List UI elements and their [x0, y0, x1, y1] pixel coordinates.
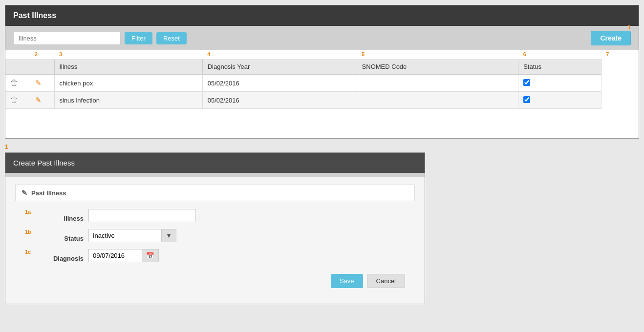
- delete-icon[interactable]: 🗑: [10, 79, 18, 87]
- table-row: 🗑 ✎ chicken pox 05/02/2016: [5, 75, 639, 92]
- col5-anno: 5: [362, 51, 514, 57]
- col3-anno: 3: [59, 51, 197, 57]
- panel-title: Past Illness: [5, 5, 639, 26]
- col4-anno: 4: [207, 51, 352, 57]
- date-wrap: 📅: [88, 249, 159, 262]
- create-panel-subheader: [5, 173, 425, 177]
- status-anno: 1b: [25, 229, 31, 235]
- edit-icon: ✎: [21, 189, 27, 197]
- anno-col6: 6: [518, 50, 601, 59]
- diagnosis-year-cell: 05/02/2016: [202, 75, 357, 92]
- toolbar: Filter Reset 1 Create: [5, 26, 639, 50]
- diagnosis-date-input[interactable]: [88, 249, 142, 262]
- diagnosis-label: Diagnosis: [53, 255, 84, 262]
- anno-col3: 3: [54, 50, 202, 59]
- table-header-row: Illness Diagnosis Year SNOMED Code Statu…: [5, 59, 639, 75]
- section-title-bar: ✎ Past Illness: [15, 185, 415, 201]
- col-header-edit: [30, 59, 54, 75]
- edit-icon[interactable]: ✎: [35, 96, 42, 104]
- filter-button[interactable]: Filter: [125, 32, 152, 44]
- table-row: 🗑 ✎ sinus infection 05/02/2016: [5, 92, 639, 109]
- top-panel: Past Illness Filter Reset 1 Create 2 3 4…: [5, 5, 639, 139]
- col-header-snomed: SNOMED Code: [357, 59, 518, 75]
- create-past-illness-panel: Create Past Illness ✎ Past Illness 1a Il…: [5, 152, 425, 304]
- delete-cell: 🗑: [5, 92, 30, 109]
- col-header-illness: Illness: [54, 59, 202, 75]
- illness-cell: sinus infection: [54, 92, 202, 109]
- status-checkbox[interactable]: [523, 79, 530, 86]
- table-body: 🗑 ✎ chicken pox 05/02/2016 🗑 ✎ sinus inf…: [5, 75, 639, 109]
- toolbar-right: 1 Create: [591, 31, 631, 45]
- col2-anno: 2: [35, 51, 49, 57]
- col-header-status: Status: [518, 59, 601, 75]
- illness-anno: 1a: [25, 209, 31, 215]
- create-annotation: 1: [627, 24, 631, 31]
- status-cell: [518, 92, 601, 109]
- form-actions: Save Cancel: [15, 269, 415, 296]
- reset-button[interactable]: Reset: [156, 32, 187, 44]
- illness-input[interactable]: [88, 209, 196, 222]
- status-checkbox[interactable]: [523, 96, 530, 103]
- create-panel-title: Create Past Illness: [5, 153, 425, 173]
- panel-title-text: Past Illness: [13, 11, 56, 20]
- status-label-wrap: 1b Status: [25, 229, 84, 242]
- status-select-wrap: InactiveActive ▼: [88, 229, 176, 242]
- form-grid: 1a Illness 1b Status InactiveActive ▼: [15, 209, 415, 262]
- snomed-cell: [357, 75, 518, 92]
- col-header-diagnosis-year: Diagnosis Year: [202, 59, 357, 75]
- delete-icon[interactable]: 🗑: [10, 96, 18, 104]
- save-button[interactable]: Save: [331, 274, 363, 288]
- anno-col2: 2: [30, 50, 54, 59]
- status-dropdown-btn[interactable]: ▼: [162, 229, 176, 242]
- illness-label-wrap: 1a Illness: [25, 209, 84, 222]
- create-button[interactable]: Create: [591, 31, 631, 45]
- edit-icon[interactable]: ✎: [35, 79, 42, 87]
- status-select[interactable]: InactiveActive: [88, 229, 162, 242]
- search-input[interactable]: [13, 32, 121, 45]
- edit-cell: ✎: [30, 75, 54, 92]
- bottom-section: 1 Create Past Illness ✎ Past Illness 1a …: [5, 144, 639, 304]
- illness-form-row: 1a Illness: [25, 209, 405, 222]
- create-panel-body: ✎ Past Illness 1a Illness 1b Status: [5, 177, 425, 304]
- anno-col1: [5, 50, 30, 59]
- section-title-text: Past Illness: [31, 189, 66, 197]
- delete-cell: 🗑: [5, 75, 30, 92]
- col7-anno: 7: [606, 51, 634, 57]
- diagnosis-form-row: 1c Diagnosis 📅: [25, 249, 405, 262]
- anno-col4: 4: [202, 50, 357, 59]
- col6-anno: 6: [523, 51, 597, 57]
- cancel-button[interactable]: Cancel: [367, 274, 405, 288]
- table-spacer: [5, 109, 639, 138]
- snomed-cell: [357, 92, 518, 109]
- diagnosis-anno: 1c: [25, 249, 31, 255]
- anno-col7: 7: [601, 50, 639, 59]
- diagnosis-label-wrap: 1c Diagnosis: [25, 249, 84, 262]
- calendar-icon-button[interactable]: 📅: [142, 249, 159, 262]
- illness-cell: chicken pox: [54, 75, 202, 92]
- diagnosis-year-cell: 05/02/2016: [202, 92, 357, 109]
- status-label: Status: [64, 235, 84, 242]
- status-form-row: 1b Status InactiveActive ▼: [25, 229, 405, 242]
- status-cell: [518, 75, 601, 92]
- edit-cell: ✎: [30, 92, 54, 109]
- illness-table: 2 3 4 5 6 7 Illness Diagnosis Year SNOME…: [5, 50, 639, 109]
- illness-label: Illness: [64, 215, 84, 222]
- toolbar-left: Filter Reset: [13, 32, 187, 45]
- create-form-anno: 1: [5, 144, 639, 150]
- anno-header-row: 2 3 4 5 6 7: [5, 50, 639, 59]
- anno-col5: 5: [357, 50, 518, 59]
- illness-table-container: 2 3 4 5 6 7 Illness Diagnosis Year SNOME…: [5, 50, 639, 109]
- col-header-delete: [5, 59, 30, 75]
